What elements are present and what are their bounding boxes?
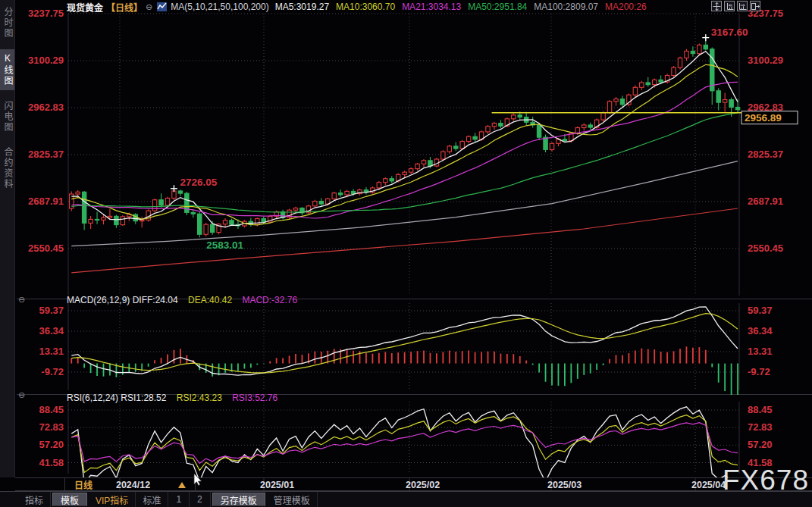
rsi2-label: RSI2:43.23 [177,393,222,403]
svg-text:2687.91: 2687.91 [28,196,64,207]
ma10-value: MA10:3060.70 [336,2,395,12]
trading-app: { "ui": {"collapse_icon": "⊖"}, "header"… [0,0,812,507]
svg-text:41.58: 41.58 [39,457,64,468]
svg-text:3100.29: 3100.29 [748,55,783,66]
tab-standard[interactable]: 标准 [136,492,168,507]
tab-manage-templates[interactable]: 管理模板 [267,492,318,507]
time-axis-row: 日线 [15,477,812,491]
expand-panel-icon[interactable] [750,1,760,11]
svg-text:72.83: 72.83 [39,421,64,433]
svg-text:88.45: 88.45 [39,404,64,415]
sidebar-tab-kline-chart[interactable]: K线图 [0,49,14,90]
sidebar-tab-contract-info[interactable]: 合约资料 [0,143,14,193]
svg-text:13.31: 13.31 [748,346,773,357]
svg-text:57.20: 57.20 [748,439,773,450]
ma50-value: MA50:2951.84 [468,2,527,12]
tab-save-template[interactable]: 另存模板 [212,493,265,506]
svg-text:2687.91: 2687.91 [748,196,783,207]
symbol-name: 现货黄金 [67,1,103,14]
all-time-high-label: 3167.60 [711,27,748,38]
swing-low-label: 2583.01 [206,239,243,251]
chart-pan-right-icon[interactable] [737,1,748,11]
rsi-header: RSI(6,12,24) RSI1:28.52 RSI2:43.23 RSI3:… [67,393,285,403]
fx678-watermark: FX678 [723,465,809,496]
ma-indicator-icon [157,2,167,11]
ma5-value: MA5:3019.27 [275,2,329,12]
tab-template-1[interactable]: 1 [168,492,190,507]
period-expand-icon [178,482,186,488]
svg-text:3100.29: 3100.29 [28,55,64,66]
chart-canvas[interactable]: 3237.753237.753100.293100.292962.832962.… [0,0,812,507]
crosshair-move-icon[interactable] [711,1,722,11]
svg-text:72.83: 72.83 [748,421,773,433]
macd-diff-label: MACD(26,12,9) DIFF:24.04 [67,295,178,305]
svg-text:-9.72: -9.72 [41,366,64,377]
period-selector[interactable]: 日线 [64,478,196,491]
tab-templates[interactable]: 模板 [52,493,87,506]
tab-template-2[interactable]: 2 [190,492,211,507]
svg-text:2550.45: 2550.45 [28,243,64,254]
svg-text:-9.72: -9.72 [748,366,770,377]
macd-hist-label: MACD:-32.76 [242,295,297,305]
sidebar-tab-lightning-chart[interactable]: 闪电图 [0,97,14,136]
chart-header: 现货黄金 【日线】 ⊖ MA(5,10,21,50,100,200) MA5:3… [15,0,812,14]
svg-text:36.34: 36.34 [39,325,64,336]
collapse-icon[interactable]: ⊖ [146,2,152,12]
svg-text:2825.37: 2825.37 [28,149,64,160]
svg-text:57.20: 57.20 [39,439,64,450]
period-label: 日线 [74,478,92,491]
svg-text:2825.37: 2825.37 [748,149,783,160]
macd-dea-label: DEA:40.42 [188,295,232,305]
chart-pan-left-icon[interactable] [724,1,735,11]
svg-text:88.45: 88.45 [748,404,773,415]
bottom-toolbar: 指标 模板 VIP指标 标准 1 2 另存模板 管理模板 [0,491,812,507]
ma-settings-label: MA(5,10,21,50,100,200) [171,2,268,12]
macd-header: MACD(26,12,9) DIFF:24.04 DEA:40.42 MACD:… [67,295,305,305]
rsi3-label: RSI3:52.76 [232,393,277,403]
ma200-value: MA200:26 [605,2,647,12]
ma21-value: MA21:3034.13 [402,2,461,12]
rsi-collapse-icon[interactable]: ⊖ [18,390,27,399]
svg-text:59.37: 59.37 [748,305,773,316]
left-sidebar: 分时图 K线图 闪电图 合约资料 [0,0,15,477]
svg-text:13.31: 13.31 [39,346,64,357]
sidebar-tab-time-chart[interactable]: 分时图 [0,3,14,42]
rsi1-label: RSI(6,12,24) RSI1:28.52 [67,393,166,403]
tab-vip-indicators[interactable]: VIP指标 [89,492,136,507]
svg-text:2550.45: 2550.45 [748,243,783,254]
prev-high-label: 2726.05 [180,177,217,188]
svg-text:2962.83: 2962.83 [28,102,64,113]
last-price-value: 2956.89 [745,112,782,124]
chart-toolbar-icons [711,1,760,11]
tab-indicators[interactable]: 指标 [18,492,51,507]
macd-collapse-icon[interactable]: ⊖ [18,295,27,304]
ma100-value: MA100:2809.07 [534,2,598,12]
svg-text:36.34: 36.34 [748,325,773,336]
svg-text:59.37: 59.37 [39,305,64,316]
period-tag: 【日线】 [106,1,143,14]
